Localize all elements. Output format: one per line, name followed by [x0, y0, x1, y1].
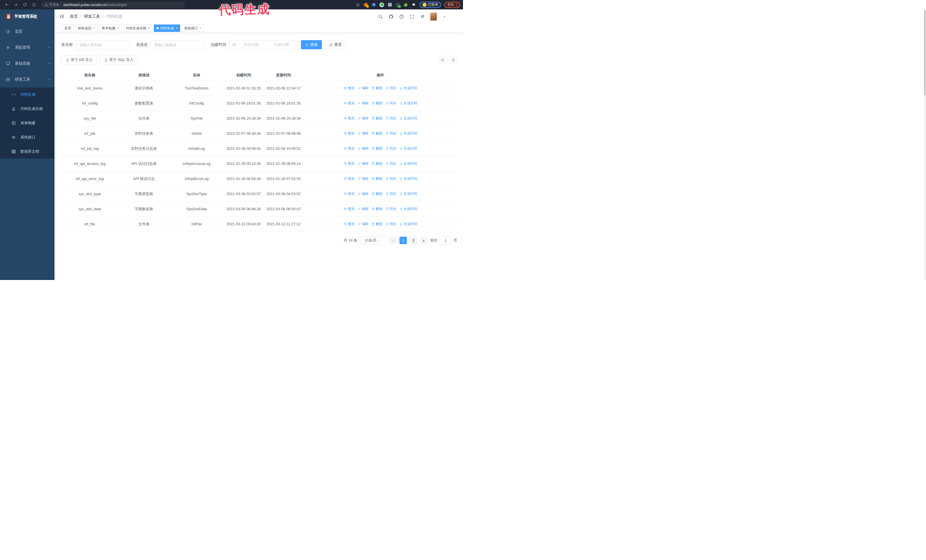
action-sync[interactable]: 同步 — [386, 86, 396, 91]
action-generate-code[interactable]: 生成代码 — [399, 161, 418, 166]
bookmark-star-icon[interactable] — [356, 2, 360, 7]
extension-icon[interactable] — [404, 2, 408, 7]
action-preview[interactable]: 预览 — [343, 86, 355, 91]
action-preview[interactable]: 预览 — [343, 146, 355, 151]
action-edit[interactable]: 编辑 — [357, 161, 369, 166]
action-edit[interactable]: 编辑 — [357, 131, 369, 136]
font-size-icon[interactable]: tT — [420, 14, 425, 20]
action-delete[interactable]: 删除 — [372, 206, 383, 211]
date-range-picker[interactable]: 开始日期 - 结束日期 — [229, 40, 298, 49]
reset-button[interactable]: 重置 — [325, 40, 346, 49]
action-delete[interactable]: 删除 — [372, 146, 383, 151]
action-edit[interactable]: 编辑 — [357, 86, 369, 91]
sidebar-subitem-表单构建[interactable]: 表单构建 — [0, 116, 56, 130]
action-preview[interactable]: 预览 — [343, 116, 355, 121]
page-button-1[interactable]: 1 — [399, 237, 407, 244]
action-sync[interactable]: 同步 — [386, 131, 396, 136]
help-icon[interactable] — [399, 14, 404, 20]
action-generate-code[interactable]: 生成代码 — [399, 86, 418, 91]
sidebar-subitem-系统接口[interactable]: 系统接口 — [0, 130, 56, 145]
toggle-search-button[interactable] — [439, 56, 446, 64]
action-delete[interactable]: 删除 — [372, 131, 383, 136]
search-icon[interactable] — [378, 14, 383, 20]
action-preview[interactable]: 预览 — [343, 176, 355, 181]
table-desc-input[interactable] — [150, 40, 204, 49]
browser-home-button[interactable] — [30, 1, 38, 9]
browser-forward-button[interactable] — [12, 1, 20, 9]
fullscreen-icon[interactable] — [409, 14, 415, 20]
action-generate-code[interactable]: 生成代码 — [399, 221, 418, 226]
sidebar-item-首页[interactable]: 首页 — [0, 24, 56, 39]
extensions-puzzle-icon[interactable] — [412, 2, 416, 7]
table-name-input[interactable] — [76, 40, 130, 49]
sidebar-toggle-button[interactable] — [59, 14, 66, 20]
action-preview[interactable]: 预览 — [343, 221, 355, 226]
action-delete[interactable]: 删除 — [372, 191, 383, 196]
tab-首页[interactable]: 首页 — [62, 24, 74, 32]
action-generate-code[interactable]: 生成代码 — [399, 146, 418, 151]
refresh-table-button[interactable] — [449, 56, 457, 64]
extension-icon[interactable]: ✓ — [380, 2, 384, 7]
search-button[interactable]: 搜索 — [301, 40, 322, 49]
action-preview[interactable]: 预览 — [343, 131, 355, 136]
action-delete[interactable]: 删除 — [372, 161, 383, 166]
breadcrumb-item[interactable]: 研发工具 — [84, 14, 100, 19]
sidebar-subitem-代码生成[interactable]: 代码生成 — [0, 88, 56, 102]
tab-close-icon[interactable]: × — [117, 27, 119, 30]
action-sync[interactable]: 同步 — [386, 206, 396, 211]
tab-close-icon[interactable]: × — [175, 27, 177, 30]
action-delete[interactable]: 删除 — [372, 176, 383, 181]
address-bar[interactable]: 不安全 dashboard.yudao.iocoder.cn/tool/code… — [41, 2, 185, 8]
next-page-button[interactable]: › — [420, 237, 427, 244]
user-avatar[interactable] — [430, 12, 437, 21]
page-size-select[interactable]: 10条/页 — [360, 236, 386, 245]
tab-代码生成[interactable]: 代码生成× — [154, 24, 180, 32]
action-delete[interactable]: 删除 — [372, 101, 383, 106]
browser-reload-button[interactable] — [21, 1, 29, 9]
tab-链路追踪[interactable]: 链路追踪× — [75, 24, 98, 32]
action-sync[interactable]: 同步 — [386, 191, 396, 196]
user-caret-down-icon[interactable] — [442, 14, 447, 20]
action-edit[interactable]: 编辑 — [357, 176, 369, 181]
action-edit[interactable]: 编辑 — [357, 191, 369, 196]
chrome-update-button[interactable]: 更新 — [444, 2, 460, 8]
app-logo[interactable]: 芋道管理系统 — [0, 9, 56, 24]
action-edit[interactable]: 编辑 — [357, 146, 369, 151]
browser-back-button[interactable] — [3, 1, 10, 9]
action-sync[interactable]: 同步 — [386, 221, 396, 226]
tab-close-icon[interactable]: × — [148, 27, 150, 30]
action-edit[interactable]: 编辑 — [357, 221, 369, 226]
sidebar-item-系统管理[interactable]: 系统管理 — [0, 39, 56, 56]
action-sync[interactable]: 同步 — [386, 161, 396, 166]
tab-close-icon[interactable]: × — [199, 27, 201, 30]
tab-代码生成示例[interactable]: 代码生成示例× — [123, 24, 153, 32]
tab-系统接口[interactable]: 系统接口× — [182, 24, 204, 32]
action-delete[interactable]: 删除 — [372, 86, 383, 91]
security-indicator[interactable]: 不安全 — [44, 3, 59, 7]
extension-icon[interactable] — [387, 2, 392, 7]
action-preview[interactable]: 预览 — [343, 206, 355, 211]
action-generate-code[interactable]: 生成代码 — [399, 116, 418, 121]
action-delete[interactable]: 删除 — [372, 221, 383, 226]
sidebar-item-研发工具[interactable]: 研发工具 — [0, 71, 56, 88]
action-generate-code[interactable]: 生成代码 — [399, 101, 418, 106]
github-icon[interactable] — [388, 14, 394, 20]
tab-close-icon[interactable]: × — [93, 27, 95, 30]
action-preview[interactable]: 预览 — [343, 101, 355, 106]
action-sync[interactable]: 同步 — [386, 146, 396, 151]
sidebar-subitem-代码生成示例[interactable]: 代码生成示例 — [0, 102, 56, 116]
action-generate-code[interactable]: 生成代码 — [399, 191, 418, 196]
action-edit[interactable]: 编辑 — [357, 101, 369, 106]
action-delete[interactable]: 删除 — [372, 116, 383, 121]
breadcrumb-item[interactable]: 首页 — [70, 14, 78, 19]
extension-icon[interactable] — [395, 2, 400, 7]
start-date-placeholder[interactable]: 开始日期 — [238, 42, 264, 47]
action-generate-code[interactable]: 生成代码 — [399, 206, 418, 211]
sidebar-item-基础设施[interactable]: 基础设施 — [0, 56, 56, 71]
prev-page-button[interactable]: ‹ — [389, 237, 396, 244]
action-edit[interactable]: 编辑 — [357, 116, 369, 121]
end-date-placeholder[interactable]: 结束日期 — [269, 42, 295, 47]
action-preview[interactable]: 预览 — [343, 161, 355, 166]
action-sync[interactable]: 同步 — [386, 176, 396, 181]
extension-icon[interactable] — [363, 2, 368, 7]
